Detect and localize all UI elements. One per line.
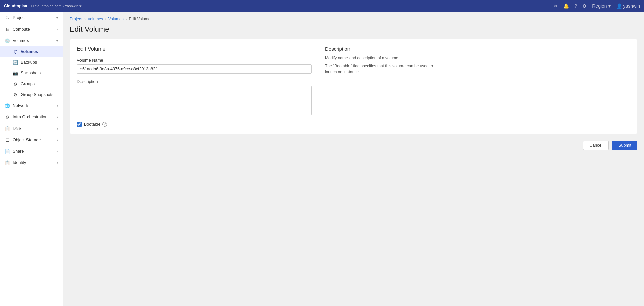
- breadcrumb-volumes-parent[interactable]: Volumes: [88, 17, 103, 21]
- description-group: Description: [77, 79, 312, 116]
- chevron-right-icon: ›: [57, 150, 58, 153]
- bootable-help-icon[interactable]: ?: [102, 122, 107, 127]
- chevron-right-icon: ›: [57, 161, 58, 165]
- volume-name-label: Volume Name: [77, 58, 312, 63]
- sidebar-sub-item-group-snapshots[interactable]: ⚙ Group Snapshots: [0, 89, 63, 100]
- bootable-label: Bootable: [84, 122, 100, 127]
- sidebar-item-network[interactable]: 🌐 Network ›: [0, 100, 63, 111]
- breadcrumb-volumes[interactable]: Volumes: [108, 17, 124, 21]
- sidebar-item-object-storage[interactable]: ☰ Object Storage ›: [0, 134, 63, 146]
- sidebar-item-share[interactable]: 📄 Share ›: [0, 146, 63, 157]
- infra-icon: ⚙: [5, 114, 10, 120]
- sidebar-item-volumes-parent[interactable]: 💿 Volumes ▾: [0, 35, 63, 46]
- desc-panel-title: Description:: [325, 46, 446, 52]
- object-storage-icon: ☰: [5, 137, 10, 143]
- navbar-left: Cloudtopiaa ✉ cloudtopiaa.com • Yashwin …: [4, 4, 82, 8]
- identity-icon: 📋: [5, 160, 10, 165]
- sidebar: 🗂 Project ▾ 🖥 Compute › 💿 Volumes ▾ ⬡ Vo…: [0, 12, 63, 306]
- sidebar-item-compute[interactable]: 🖥 Compute ›: [0, 23, 63, 35]
- navbar-site: ✉ cloudtopiaa.com • Yashwin ▾: [31, 4, 82, 8]
- sidebar-item-label: Identity: [13, 160, 26, 165]
- volume-name-group: Volume Name: [77, 58, 312, 74]
- chevron-right-icon: ›: [57, 127, 58, 131]
- dns-icon: 📋: [5, 126, 10, 131]
- navbar: Cloudtopiaa ✉ cloudtopiaa.com • Yashwin …: [0, 0, 644, 12]
- group-snapshots-icon: ⚙: [13, 92, 18, 97]
- sidebar-item-label: Compute: [13, 27, 30, 32]
- compute-icon: 🖥: [5, 27, 10, 32]
- chevron-right-icon: ›: [57, 28, 58, 31]
- chevron-right-icon: ›: [57, 115, 58, 119]
- form-footer: Cancel Submit: [63, 141, 644, 157]
- volumes-sub-icon: ⬡: [13, 49, 18, 54]
- desc-panel-text-2: The "Bootable" flag specifies that this …: [325, 63, 446, 75]
- sidebar-item-label: Project: [13, 15, 26, 20]
- region-selector[interactable]: Region ▾: [592, 3, 610, 9]
- settings-icon[interactable]: ⚙: [582, 3, 587, 9]
- cancel-button[interactable]: Cancel: [583, 141, 609, 150]
- bootable-checkbox[interactable]: [77, 122, 82, 127]
- sidebar-sub-label: Group Snapshots: [21, 92, 53, 97]
- breadcrumb: Project › Volumes › Volumes › Edit Volum…: [63, 12, 644, 23]
- share-icon: 📄: [5, 149, 10, 154]
- form-section: Edit Volume Volume Name Description Boot…: [77, 46, 312, 127]
- sidebar-item-identity[interactable]: 📋 Identity ›: [0, 157, 63, 168]
- breadcrumb-current: Edit Volume: [129, 17, 150, 21]
- user-menu[interactable]: 👤 yashwin: [616, 3, 640, 9]
- bootable-row: Bootable ?: [77, 122, 312, 127]
- chevron-down-icon: ▾: [56, 39, 58, 43]
- sidebar-sub-label: Groups: [21, 82, 35, 86]
- sidebar-item-dns[interactable]: 📋 DNS ›: [0, 123, 63, 134]
- volume-name-input[interactable]: [77, 64, 312, 74]
- sidebar-item-label: Volumes: [13, 38, 29, 43]
- groups-icon: ⚙: [13, 81, 18, 87]
- notifications-icon[interactable]: 🔔: [563, 3, 569, 9]
- main-content: Project › Volumes › Volumes › Edit Volum…: [63, 12, 644, 306]
- sidebar-sub-item-groups[interactable]: ⚙ Groups: [0, 79, 63, 89]
- chevron-right-icon: ›: [57, 138, 58, 142]
- sidebar-sub-item-backups[interactable]: 🔄 Backups: [0, 57, 63, 68]
- sidebar-item-label: Network: [13, 103, 28, 108]
- description-panel: Description: Modify name and description…: [325, 46, 446, 127]
- volumes-icon: 💿: [5, 38, 10, 43]
- sidebar-item-project[interactable]: 🗂 Project ▾: [0, 12, 63, 23]
- network-icon: 🌐: [5, 103, 10, 108]
- help-icon[interactable]: ?: [574, 3, 577, 9]
- project-icon: 🗂: [5, 15, 10, 20]
- sidebar-item-label: Infra Orchestration: [13, 115, 48, 119]
- sidebar-sub-item-snapshots[interactable]: 📷 Snapshots: [0, 68, 63, 79]
- breadcrumb-project[interactable]: Project: [70, 17, 82, 21]
- sidebar-sub-label: Backups: [21, 60, 37, 65]
- messages-icon[interactable]: ✉: [554, 3, 558, 9]
- breadcrumb-sep-2: ›: [105, 17, 106, 21]
- submit-button[interactable]: Submit: [612, 141, 637, 150]
- sidebar-sub-label: Snapshots: [21, 71, 41, 75]
- navbar-right: ✉ 🔔 ? ⚙ Region ▾ 👤 yashwin: [554, 3, 640, 9]
- page-title: Edit Volume: [63, 23, 644, 39]
- description-label: Description: [77, 79, 312, 84]
- breadcrumb-sep-3: ›: [126, 17, 127, 21]
- snapshots-icon: 📷: [13, 70, 18, 76]
- sidebar-sub-item-volumes[interactable]: ⬡ Volumes: [0, 46, 63, 57]
- backups-icon: 🔄: [13, 60, 18, 65]
- sidebar-item-label: Share: [13, 149, 24, 154]
- form-panel-title: Edit Volume: [77, 46, 312, 52]
- brand-logo: Cloudtopiaa: [4, 4, 27, 8]
- sidebar-item-infra[interactable]: ⚙ Infra Orchestration ›: [0, 111, 63, 123]
- chevron-down-icon: ▾: [56, 16, 58, 20]
- sidebar-item-label: DNS: [13, 126, 21, 131]
- edit-volume-form: Edit Volume Volume Name Description Boot…: [70, 39, 637, 134]
- desc-panel-text-1: Modify name and description of a volume.: [325, 55, 446, 61]
- breadcrumb-sep-1: ›: [84, 17, 86, 21]
- chevron-right-icon: ›: [57, 104, 58, 108]
- sidebar-sub-label: Volumes: [21, 49, 38, 54]
- description-textarea[interactable]: [77, 86, 312, 115]
- sidebar-item-label: Object Storage: [13, 138, 41, 142]
